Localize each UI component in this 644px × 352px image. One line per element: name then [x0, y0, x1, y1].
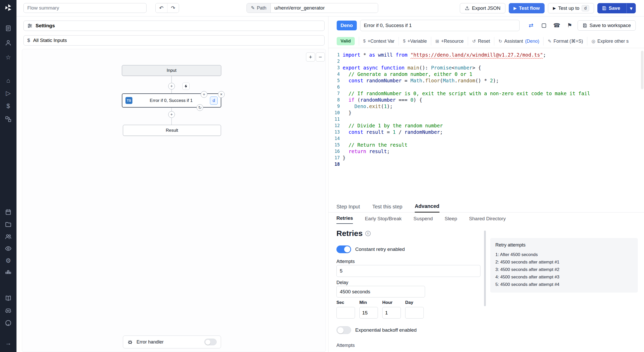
save-button[interactable]: Save ▾ [597, 3, 636, 13]
expand-sidebar-arrow-icon[interactable]: → [0, 338, 16, 348]
attempts-input[interactable] [336, 265, 480, 277]
code-line[interactable]: 16 return result; [328, 148, 644, 155]
add-branch-plus-icon[interactable]: + [201, 91, 207, 98]
trigger-bolt-icon[interactable] [182, 83, 190, 90]
subtab-retries[interactable]: Retries [336, 215, 353, 224]
settings-gear-icon[interactable]: ⚙ [0, 256, 16, 266]
github-icon[interactable] [0, 318, 16, 328]
language-badge: Deno [337, 21, 357, 30]
test-up-to-button[interactable]: ▶ Test up to d [548, 3, 594, 13]
flow-summary-input[interactable] [23, 3, 147, 13]
code-line[interactable]: 13 const result = 1 / randomNumber; [328, 129, 644, 135]
code-line[interactable]: 7 // If randomNumber is 0, exit the scri… [328, 90, 644, 97]
runs-list-icon[interactable] [0, 23, 16, 33]
error-handler-node[interactable]: Error handler [123, 336, 221, 348]
code-line[interactable]: 11 [328, 116, 644, 122]
code-line[interactable]: 6 [328, 84, 644, 90]
subtab-early-stop[interactable]: Early Stop/Break [365, 216, 402, 224]
flow-pane: Settings $ All Static Inputs + − Input +… [16, 16, 328, 352]
zoom-out-button[interactable]: − [316, 52, 325, 61]
save-dropdown-caret[interactable]: ▾ [626, 3, 635, 13]
windmill-logo[interactable] [0, 2, 16, 13]
code-line[interactable]: 18 [328, 161, 644, 168]
code-line[interactable]: 4 // Generate a random number, either 0 … [328, 71, 644, 77]
code-line[interactable]: 2 [328, 58, 644, 65]
code-line[interactable]: 3export async function main(): Promise<n… [328, 65, 644, 71]
code-line[interactable]: 12 // Divide 1 by the random number [328, 122, 644, 129]
diff-sync-icon[interactable]: ⇄ [526, 21, 536, 30]
add-variable-button[interactable]: $ +Variable [399, 37, 431, 46]
insert-step-plus-icon[interactable]: + [168, 83, 175, 90]
hour-input[interactable] [382, 307, 401, 319]
delete-step-icon[interactable]: × [218, 91, 225, 98]
min-input[interactable] [359, 307, 378, 319]
save-label: Save [609, 5, 620, 11]
info-icon[interactable]: i [365, 231, 371, 236]
code-editor[interactable]: 1import * as wmill from "https://deno.la… [328, 48, 644, 202]
subtab-shared-directory[interactable]: Shared Directory [469, 216, 506, 224]
phone-icon[interactable]: ☎ [552, 21, 562, 30]
error-handler-toggle[interactable] [204, 339, 217, 345]
flow-settings-button[interactable]: Settings [23, 21, 325, 31]
subtab-suspend[interactable]: Suspend [413, 216, 433, 224]
schedules-icon[interactable] [0, 207, 16, 217]
code-line[interactable]: 9 Deno.exit(1); [328, 103, 644, 110]
exponential-backoff-toggle[interactable] [336, 326, 351, 334]
input-node[interactable]: Input [122, 65, 221, 76]
user-icon[interactable] [0, 38, 16, 48]
constant-retry-toggle[interactable] [336, 245, 351, 253]
code-line[interactable]: 14 [328, 135, 644, 142]
audit-eye-icon[interactable] [0, 243, 16, 254]
loop-retry-icon[interactable]: ↻ [197, 104, 203, 111]
folders-icon[interactable] [0, 219, 16, 230]
format-button[interactable]: ✎ Format (⌘+S) [543, 37, 587, 46]
result-node[interactable]: Result [123, 125, 221, 136]
delay-input[interactable] [336, 286, 425, 297]
home-icon[interactable]: ⌂ [0, 75, 16, 86]
undo-button[interactable]: ↶ [156, 3, 167, 13]
step-name-input[interactable] [360, 20, 520, 31]
code-line[interactable]: 5 const randomNumber = Math.floor(Math.r… [328, 77, 644, 84]
code-line[interactable]: 8 if (randomNumber === 0) { [328, 97, 644, 103]
docs-book-icon[interactable] [0, 293, 16, 303]
resources-icon[interactable] [0, 114, 16, 124]
path-input[interactable] [271, 3, 378, 13]
add-resource-button[interactable]: ⊞ +Resource [431, 37, 468, 46]
flag-icon[interactable]: ⚑ [565, 21, 574, 30]
zoom-in-button[interactable]: + [306, 52, 315, 61]
time-field-day: Day [405, 300, 424, 319]
explore-scripts-button[interactable]: ◎ Explore other s [587, 37, 633, 46]
star-icon[interactable]: ☆ [0, 52, 16, 63]
workers-icon[interactable] [0, 268, 16, 278]
tab-advanced[interactable]: Advanced [415, 203, 439, 213]
editor-scrollbar[interactable] [641, 51, 643, 89]
code-line[interactable]: 1import * as wmill from "https://deno.la… [328, 52, 644, 58]
play-icon[interactable]: ▷ [0, 88, 16, 98]
add-context-var-button[interactable]: $ +Context Var [359, 37, 399, 46]
tab-test-this-step[interactable]: Test this step [372, 204, 402, 212]
save-to-workspace-label: Save to workspace [589, 23, 631, 28]
reset-button[interactable]: ↺ Reset [468, 37, 494, 46]
subtab-sleep[interactable]: Sleep [445, 216, 457, 224]
discord-icon[interactable] [0, 305, 16, 316]
export-json-button[interactable]: Export JSON [460, 3, 505, 13]
all-static-inputs-button[interactable]: $ All Static Inputs [23, 35, 325, 46]
sec-input[interactable] [336, 307, 355, 319]
test-flow-button[interactable]: ▶ Test flow [509, 3, 545, 13]
groups-icon[interactable] [0, 231, 16, 242]
insert-step-plus-icon[interactable]: + [168, 111, 175, 118]
assistant-button[interactable]: ↻ Assistant (Deno) [494, 37, 543, 46]
code-line[interactable]: 10 } [328, 110, 644, 116]
save-to-workspace-button[interactable]: Save to workspace [578, 20, 636, 31]
line-number: 11 [328, 116, 340, 122]
redo-button[interactable]: ↷ [167, 3, 179, 13]
panel-scrollbar[interactable] [484, 231, 486, 306]
tab-step-input[interactable]: Step Input [336, 204, 360, 212]
fullscreen-square-icon[interactable] [539, 21, 549, 30]
variables-icon[interactable]: $ [0, 101, 16, 111]
day-input[interactable] [405, 307, 424, 319]
code-line[interactable]: 15 // Return the result [328, 142, 644, 148]
add-context-var-label: +Context Var [368, 39, 394, 44]
code-line[interactable]: 17} [328, 155, 644, 161]
line-number: 6 [328, 84, 340, 90]
